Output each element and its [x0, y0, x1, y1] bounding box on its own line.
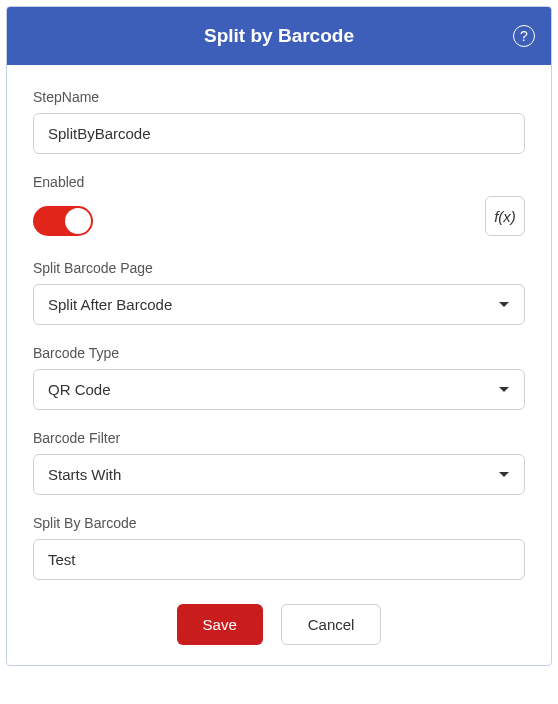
fx-label: f(x): [494, 208, 516, 225]
cancel-button[interactable]: Cancel: [281, 604, 382, 645]
dialog-body: StepName Enabled f(x) Split Barcode Page…: [7, 65, 551, 665]
split-by-barcode-input[interactable]: [33, 539, 525, 580]
fx-button[interactable]: f(x): [485, 196, 525, 236]
enabled-row: Enabled f(x): [33, 174, 525, 236]
stepname-group: StepName: [33, 89, 525, 154]
split-by-barcode-label: Split By Barcode: [33, 515, 525, 531]
split-barcode-page-select[interactable]: Split After Barcode: [33, 284, 525, 325]
split-barcode-page-group: Split Barcode Page Split After Barcode: [33, 260, 525, 325]
barcode-filter-group: Barcode Filter Starts With: [33, 430, 525, 495]
stepname-label: StepName: [33, 89, 525, 105]
stepname-input[interactable]: [33, 113, 525, 154]
dialog-card: Split by Barcode ? StepName Enabled f(x)…: [6, 6, 552, 666]
toggle-knob: [65, 208, 91, 234]
barcode-filter-label: Barcode Filter: [33, 430, 525, 446]
dialog-title: Split by Barcode: [204, 25, 354, 47]
enabled-label: Enabled: [33, 174, 93, 190]
help-symbol: ?: [520, 28, 528, 44]
barcode-type-label: Barcode Type: [33, 345, 525, 361]
help-icon[interactable]: ?: [513, 25, 535, 47]
barcode-type-select[interactable]: QR Code: [33, 369, 525, 410]
split-by-barcode-group: Split By Barcode: [33, 515, 525, 580]
barcode-filter-select[interactable]: Starts With: [33, 454, 525, 495]
enabled-toggle[interactable]: [33, 206, 93, 236]
split-barcode-page-label: Split Barcode Page: [33, 260, 525, 276]
enabled-left: Enabled: [33, 174, 93, 236]
save-button[interactable]: Save: [177, 604, 263, 645]
dialog-header: Split by Barcode ?: [7, 7, 551, 65]
button-row: Save Cancel: [33, 604, 525, 645]
barcode-type-group: Barcode Type QR Code: [33, 345, 525, 410]
